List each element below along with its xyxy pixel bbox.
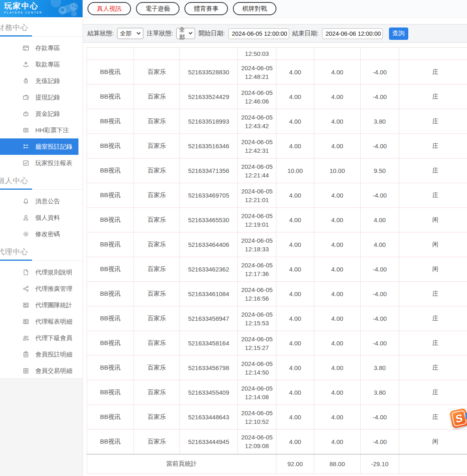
cell-platform <box>87 48 134 60</box>
sidebar-item-recharge-record[interactable]: 充值記錄 <box>0 73 83 89</box>
cell-platform: BB视讯 <box>87 85 134 109</box>
purse-icon <box>23 110 29 117</box>
sidebar-item-hh-lottery-bet[interactable]: HH彩票下注 <box>0 122 83 138</box>
cell-valid-amount <box>314 48 361 60</box>
cell-date: 2024-06-0512:10:52 <box>238 405 276 430</box>
sidebar-item-label: 存款專區 <box>35 44 60 52</box>
table-row: BB视讯百家乐5216334623622024-06-0512:17:364.0… <box>87 257 467 282</box>
cell-win-loss: -4.00 <box>361 306 399 331</box>
cell-valid-amount: 4.00 <box>314 183 361 208</box>
sidebar-section-title: 代理中心 <box>0 247 83 256</box>
cell-bet-content: 庄 <box>399 134 467 159</box>
cell-game: 百家乐 <box>134 380 180 405</box>
sidebar-item-label: 消息公告 <box>35 198 60 205</box>
cell-bet-content: 闲 <box>399 257 467 282</box>
sidebar-item-room-bet-record[interactable]: 廳室投註記錄 › <box>0 138 78 155</box>
tab-electronic-games[interactable]: 電子遊藝 <box>136 2 179 15</box>
cell-win-loss: 3.80 <box>361 356 399 380</box>
search-button[interactable]: 查詢 <box>389 28 408 40</box>
sidebar-section: 代理中心 代理規則說明 代理推廣管理 代理團隊統計 代理報表明細 代理下級會員 … <box>0 242 83 379</box>
sidebar-item-funds-record[interactable]: 資金記錄 <box>0 106 83 122</box>
cell-game: 百家乐 <box>134 183 180 208</box>
cell-valid-amount: 4.00 <box>314 380 361 405</box>
settle-status-select[interactable]: 全部 <box>117 28 143 39</box>
cell-order-id: 521633528830 <box>180 60 238 85</box>
bell-icon <box>23 198 29 205</box>
cell-bet-content: 庄 <box>399 183 467 208</box>
cell-bet-amount: 4.00 <box>276 405 314 430</box>
players-center-page: 玩家中心 PLAYERS CENTER 財務中心 存款專區 取款專區 充值記錄 … <box>0 0 467 476</box>
sidebar-item-member-trade-detail[interactable]: 會員交易明細 <box>0 363 83 379</box>
sidebar-item-player-bet-report[interactable]: 玩家投注報表 <box>0 155 83 171</box>
cell-game: 百家乐 <box>134 232 180 257</box>
cell-platform: BB视讯 <box>87 430 134 454</box>
cell-order-id: 521633458164 <box>180 331 238 356</box>
cell-bet-content: 庄 <box>399 159 467 183</box>
sidebar-item-label: 充值記錄 <box>35 77 60 85</box>
cell-bet-amount: 4.00 <box>276 282 314 306</box>
cell-win-loss: -4.00 <box>361 183 399 208</box>
cell-bet-amount <box>276 48 314 60</box>
cell-win-loss: -4.00 <box>361 85 399 109</box>
sidebar-item-withdraw[interactable]: 取款專區 <box>0 56 83 73</box>
sidebar-section-title: 個人中心 <box>0 176 83 185</box>
cell-order-id: 521633444945 <box>180 430 238 454</box>
cell-bet-content: 庄 <box>399 331 467 356</box>
sidebar-item-profile[interactable]: 個人資料 <box>0 209 83 226</box>
cell-bet-amount: 4.00 <box>276 60 314 85</box>
sidebar-item-withdrawal-record[interactable]: 提現記錄 <box>0 89 83 106</box>
table-row: BB视讯百家乐5216334449452024-06-0512:09:084.0… <box>87 430 467 454</box>
sogou-ime-icon[interactable]: S <box>449 408 467 428</box>
cell-platform: BB视讯 <box>87 331 134 356</box>
sidebar-item-member-bet-detail[interactable]: 會員投註明細 <box>0 346 83 363</box>
cell-date: 2024-06-0512:16:56 <box>238 282 276 306</box>
sidebar-item-agent-rules[interactable]: 代理規則說明 <box>0 264 83 281</box>
tab-live-video[interactable]: 真人視訊 <box>87 2 131 15</box>
cell-order-id: 521633516346 <box>180 134 238 159</box>
start-date-input[interactable] <box>228 28 289 39</box>
cell-platform: BB视讯 <box>87 183 134 208</box>
cell-win-loss: -4.00 <box>361 282 399 306</box>
cell-valid-amount: 4.00 <box>314 208 361 232</box>
cell-platform: BB视讯 <box>87 134 134 159</box>
cell-date: 2024-06-0512:17:36 <box>238 257 276 282</box>
table-row: BB视讯百家乐5216334589472024-06-0512:15:534.0… <box>87 306 467 331</box>
sidebar-item-agent-team-stats[interactable]: 代理團隊統計 <box>0 297 83 313</box>
summary-bet-amount: 92.00 <box>276 454 314 474</box>
order-status-select[interactable]: 全部 <box>176 28 195 39</box>
newspaper-icon <box>23 318 29 325</box>
sidebar-item-agent-sub-members[interactable]: 代理下級會員 <box>0 330 83 346</box>
table-summary-row: 當前頁統計 92.00 88.00 -29.10 <box>87 454 467 474</box>
cell-game: 百家乐 <box>134 430 180 454</box>
cell-platform: BB视讯 <box>87 380 134 405</box>
cell-order-id: 521633464406 <box>180 232 238 257</box>
sidebar-item-label: 廳室投註記錄 <box>35 143 72 151</box>
sidebar-section-underline <box>0 189 83 190</box>
cell-game: 百家乐 <box>134 331 180 356</box>
settle-status-value: 全部 <box>120 30 131 37</box>
tab-sports[interactable]: 體育賽事 <box>184 2 228 15</box>
cell-win-loss: -4.00 <box>361 60 399 85</box>
tab-board-games[interactable]: 棋牌對戰 <box>233 2 276 15</box>
cell-valid-amount: 4.00 <box>314 85 361 109</box>
sidebar-item-change-password[interactable]: 修改密碼 <box>0 226 83 242</box>
cell-game: 百家乐 <box>134 257 180 282</box>
table-row: BB视讯百家乐5216334610842024-06-0512:16:564.0… <box>87 282 467 306</box>
table-row: BB视讯百家乐5216334554092024-06-0512:14:084.0… <box>87 380 467 405</box>
sidebar-item-announcements[interactable]: 消息公告 <box>0 193 83 209</box>
cell-platform: BB视讯 <box>87 306 134 331</box>
cell-bet-amount: 4.00 <box>276 85 314 109</box>
sidebar-item-label: 代理下級會員 <box>35 334 72 342</box>
end-date-input[interactable] <box>322 28 383 39</box>
cell-bet-content <box>399 48 467 60</box>
cell-win-loss: -4.00 <box>361 405 399 430</box>
sidebar-item-agent-report-detail[interactable]: 代理報表明細 <box>0 313 83 330</box>
table-row: BB视讯百家乐5216335163462024-06-0512:42:314.0… <box>87 134 467 159</box>
sidebar-item-deposit[interactable]: 存款專區 <box>0 40 83 56</box>
sidebar-item-agent-promotion[interactable]: 代理推廣管理 <box>0 281 83 297</box>
cell-order-id: 521633448643 <box>180 405 238 430</box>
cell-date: 2024-06-0512:15:53 <box>238 306 276 331</box>
file-icon <box>23 269 29 276</box>
cell-game: 百家乐 <box>134 159 180 183</box>
deposit-card-icon <box>23 45 29 51</box>
